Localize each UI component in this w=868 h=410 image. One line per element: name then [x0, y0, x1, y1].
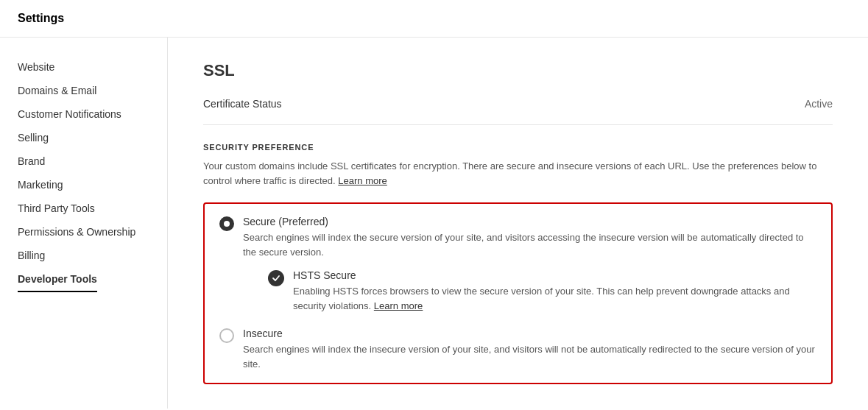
sidebar-item-billing[interactable]: Billing: [0, 244, 167, 267]
sidebar-item-marketing[interactable]: Marketing: [0, 173, 167, 197]
certificate-status-label: Certificate Status: [203, 98, 282, 110]
option-secure-preferred-content: Secure (Preferred) Search engines will i…: [243, 216, 816, 316]
sidebar-item-selling[interactable]: Selling: [0, 126, 167, 149]
page-heading: Settings: [18, 12, 64, 24]
sidebar: Website Domains & Email Customer Notific…: [0, 38, 168, 409]
security-learn-more-link[interactable]: Learn more: [338, 175, 387, 186]
hsts-learn-more-link[interactable]: Learn more: [374, 300, 423, 311]
option-insecure[interactable]: Insecure Search engines will index the i…: [219, 328, 816, 371]
option-secure-preferred-label: Secure (Preferred): [243, 216, 816, 227]
option-secure-preferred[interactable]: Secure (Preferred) Search engines will i…: [219, 216, 816, 316]
radio-secure-preferred[interactable]: [219, 216, 234, 231]
option-insecure-content: Insecure Search engines will index the i…: [243, 328, 816, 371]
sidebar-item-brand[interactable]: Brand: [0, 149, 167, 173]
certificate-status-value: Active: [805, 98, 833, 110]
sidebar-item-website[interactable]: Website: [0, 55, 167, 79]
security-preference-section: SECURITY PREFERENCE Your custom domains …: [203, 143, 833, 384]
page-title: SSL: [203, 61, 833, 80]
hsts-option-content: HSTS Secure Enabling HSTS forces browser…: [293, 269, 816, 313]
header: Settings: [0, 0, 868, 38]
checkbox-hsts[interactable]: [268, 270, 284, 286]
hsts-desc: Enabling HSTS forces browsers to view th…: [293, 284, 816, 313]
options-box: Secure (Preferred) Search engines will i…: [203, 202, 833, 384]
hsts-sub-option: HSTS Secure Enabling HSTS forces browser…: [268, 269, 816, 316]
option-insecure-desc: Search engines will index the insecure v…: [243, 342, 816, 371]
sidebar-item-domains-email[interactable]: Domains & Email: [0, 79, 167, 102]
security-preference-heading: SECURITY PREFERENCE: [203, 143, 833, 152]
sidebar-item-third-party-tools[interactable]: Third Party Tools: [0, 197, 167, 220]
certificate-status-row: Certificate Status Active: [203, 98, 833, 125]
sidebar-item-permissions-ownership[interactable]: Permissions & Ownership: [0, 220, 167, 244]
sidebar-item-customer-notifications[interactable]: Customer Notifications: [0, 102, 167, 126]
hsts-option-row: HSTS Secure Enabling HSTS forces browser…: [268, 269, 816, 313]
hsts-label: HSTS Secure: [293, 269, 816, 281]
security-preference-desc: Your custom domains include SSL certific…: [203, 159, 833, 188]
option-secure-preferred-desc: Search engines will index the secure ver…: [243, 230, 816, 259]
option-insecure-label: Insecure: [243, 328, 816, 339]
radio-insecure[interactable]: [219, 328, 234, 343]
main-content: SSL Certificate Status Active SECURITY P…: [168, 38, 868, 409]
sidebar-item-developer-tools[interactable]: Developer Tools: [18, 267, 97, 292]
